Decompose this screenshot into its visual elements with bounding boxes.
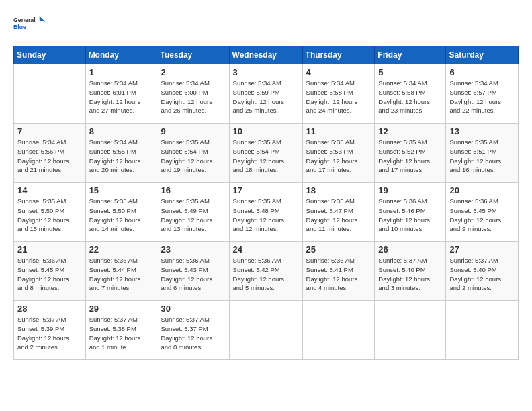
calendar-cell: 7Sunrise: 5:34 AM Sunset: 5:56 PM Daylig… [14, 124, 86, 183]
day-number: 9 [161, 126, 225, 136]
svg-marker-2 [40, 16, 46, 22]
calendar-cell: 24Sunrise: 5:36 AM Sunset: 5:42 PM Dayli… [229, 242, 302, 301]
calendar-cell: 11Sunrise: 5:35 AM Sunset: 5:53 PM Dayli… [302, 124, 375, 183]
day-info: Sunrise: 5:37 AM Sunset: 5:38 PM Dayligh… [89, 315, 154, 352]
calendar-cell: 30Sunrise: 5:37 AM Sunset: 5:37 PM Dayli… [157, 301, 229, 360]
day-info: Sunrise: 5:34 AM Sunset: 5:56 PM Dayligh… [17, 138, 82, 175]
calendar-cell: 16Sunrise: 5:35 AM Sunset: 5:49 PM Dayli… [157, 183, 229, 242]
calendar-header-saturday: Saturday [446, 46, 519, 64]
calendar-cell: 17Sunrise: 5:35 AM Sunset: 5:48 PM Dayli… [229, 183, 302, 242]
calendar-week-4: 21Sunrise: 5:36 AM Sunset: 5:45 PM Dayli… [14, 242, 519, 301]
calendar-cell: 9Sunrise: 5:35 AM Sunset: 5:54 PM Daylig… [157, 124, 229, 183]
logo-svg: General Blue [13, 12, 47, 38]
calendar-week-2: 7Sunrise: 5:34 AM Sunset: 5:56 PM Daylig… [14, 124, 519, 183]
day-info: Sunrise: 5:35 AM Sunset: 5:54 PM Dayligh… [233, 138, 299, 175]
calendar-cell: 22Sunrise: 5:36 AM Sunset: 5:44 PM Dayli… [85, 242, 157, 301]
day-number: 13 [449, 126, 515, 136]
day-number: 4 [306, 67, 371, 77]
calendar-cell: 4Sunrise: 5:34 AM Sunset: 5:58 PM Daylig… [302, 64, 375, 124]
day-info: Sunrise: 5:36 AM Sunset: 5:47 PM Dayligh… [306, 197, 371, 234]
day-number: 11 [306, 126, 371, 136]
calendar-cell: 12Sunrise: 5:35 AM Sunset: 5:52 PM Dayli… [375, 124, 446, 183]
day-number: 24 [233, 244, 299, 255]
day-number: 10 [233, 126, 299, 136]
calendar-cell: 5Sunrise: 5:34 AM Sunset: 5:58 PM Daylig… [375, 64, 446, 124]
day-number: 7 [17, 126, 82, 136]
day-number: 22 [89, 244, 154, 255]
day-info: Sunrise: 5:36 AM Sunset: 5:46 PM Dayligh… [378, 197, 442, 234]
calendar-week-5: 28Sunrise: 5:37 AM Sunset: 5:39 PM Dayli… [14, 301, 519, 360]
calendar-cell: 26Sunrise: 5:37 AM Sunset: 5:40 PM Dayli… [375, 242, 446, 301]
svg-text:General: General [13, 17, 36, 24]
calendar-cell: 18Sunrise: 5:36 AM Sunset: 5:47 PM Dayli… [302, 183, 375, 242]
calendar-cell: 1Sunrise: 5:34 AM Sunset: 6:01 PM Daylig… [85, 64, 157, 124]
calendar-cell [229, 301, 302, 360]
calendar-week-3: 14Sunrise: 5:35 AM Sunset: 5:50 PM Dayli… [14, 183, 519, 242]
day-info: Sunrise: 5:34 AM Sunset: 5:57 PM Dayligh… [449, 79, 515, 116]
day-info: Sunrise: 5:36 AM Sunset: 5:43 PM Dayligh… [161, 256, 225, 293]
calendar-header-wednesday: Wednesday [229, 46, 302, 64]
calendar-cell: 20Sunrise: 5:36 AM Sunset: 5:45 PM Dayli… [446, 183, 519, 242]
calendar-cell [14, 64, 86, 124]
day-number: 14 [17, 185, 82, 195]
calendar-cell: 25Sunrise: 5:36 AM Sunset: 5:41 PM Dayli… [302, 242, 375, 301]
calendar-cell [446, 301, 519, 360]
calendar-cell: 19Sunrise: 5:36 AM Sunset: 5:46 PM Dayli… [375, 183, 446, 242]
day-number: 12 [378, 126, 442, 136]
day-info: Sunrise: 5:36 AM Sunset: 5:45 PM Dayligh… [449, 197, 515, 234]
day-info: Sunrise: 5:34 AM Sunset: 5:58 PM Dayligh… [378, 79, 442, 116]
day-number: 23 [161, 244, 225, 255]
day-number: 18 [306, 185, 371, 195]
day-number: 3 [233, 67, 299, 77]
day-number: 21 [17, 244, 82, 255]
calendar-cell: 28Sunrise: 5:37 AM Sunset: 5:39 PM Dayli… [14, 301, 86, 360]
calendar-cell: 8Sunrise: 5:34 AM Sunset: 5:55 PM Daylig… [85, 124, 157, 183]
calendar-table: SundayMondayTuesdayWednesdayThursdayFrid… [13, 46, 519, 360]
day-info: Sunrise: 5:37 AM Sunset: 5:40 PM Dayligh… [449, 256, 515, 293]
logo: General Blue [13, 12, 47, 38]
day-number: 16 [161, 185, 225, 195]
day-info: Sunrise: 5:36 AM Sunset: 5:42 PM Dayligh… [233, 256, 299, 293]
day-info: Sunrise: 5:37 AM Sunset: 5:37 PM Dayligh… [161, 315, 225, 352]
day-number: 19 [378, 185, 442, 195]
calendar-cell: 10Sunrise: 5:35 AM Sunset: 5:54 PM Dayli… [229, 124, 302, 183]
calendar-cell [302, 301, 375, 360]
day-number: 27 [449, 244, 515, 255]
day-info: Sunrise: 5:34 AM Sunset: 5:55 PM Dayligh… [89, 138, 154, 175]
calendar-cell: 14Sunrise: 5:35 AM Sunset: 5:50 PM Dayli… [14, 183, 86, 242]
header: General Blue [13, 12, 519, 38]
day-info: Sunrise: 5:34 AM Sunset: 6:00 PM Dayligh… [161, 79, 225, 116]
calendar-cell: 3Sunrise: 5:34 AM Sunset: 5:59 PM Daylig… [229, 64, 302, 124]
calendar-header-friday: Friday [375, 46, 446, 64]
day-number: 26 [378, 244, 442, 255]
calendar-header-row: SundayMondayTuesdayWednesdayThursdayFrid… [14, 46, 519, 64]
calendar-cell: 27Sunrise: 5:37 AM Sunset: 5:40 PM Dayli… [446, 242, 519, 301]
day-info: Sunrise: 5:34 AM Sunset: 5:59 PM Dayligh… [233, 79, 299, 116]
day-number: 30 [161, 304, 225, 314]
day-info: Sunrise: 5:36 AM Sunset: 5:41 PM Dayligh… [306, 256, 371, 293]
day-info: Sunrise: 5:37 AM Sunset: 5:40 PM Dayligh… [378, 256, 442, 293]
day-number: 2 [161, 67, 225, 77]
day-number: 28 [17, 304, 82, 314]
day-number: 17 [233, 185, 299, 195]
calendar-cell [375, 301, 446, 360]
day-number: 29 [89, 304, 154, 314]
day-info: Sunrise: 5:35 AM Sunset: 5:48 PM Dayligh… [233, 197, 299, 234]
day-info: Sunrise: 5:35 AM Sunset: 5:51 PM Dayligh… [449, 138, 515, 175]
day-info: Sunrise: 5:34 AM Sunset: 5:58 PM Dayligh… [306, 79, 371, 116]
day-number: 20 [449, 185, 515, 195]
day-info: Sunrise: 5:35 AM Sunset: 5:50 PM Dayligh… [89, 197, 154, 234]
svg-text:Blue: Blue [13, 24, 26, 30]
calendar-week-1: 1Sunrise: 5:34 AM Sunset: 6:01 PM Daylig… [14, 64, 519, 124]
calendar-header-monday: Monday [85, 46, 157, 64]
calendar-cell: 23Sunrise: 5:36 AM Sunset: 5:43 PM Dayli… [157, 242, 229, 301]
day-number: 8 [89, 126, 154, 136]
day-number: 5 [378, 67, 442, 77]
day-number: 1 [89, 67, 154, 77]
day-info: Sunrise: 5:35 AM Sunset: 5:54 PM Dayligh… [161, 138, 225, 175]
day-info: Sunrise: 5:35 AM Sunset: 5:53 PM Dayligh… [306, 138, 371, 175]
calendar-cell: 13Sunrise: 5:35 AM Sunset: 5:51 PM Dayli… [446, 124, 519, 183]
calendar-cell: 29Sunrise: 5:37 AM Sunset: 5:38 PM Dayli… [85, 301, 157, 360]
page: General Blue SundayMondayTuesdayWednesda… [0, 0, 532, 411]
day-info: Sunrise: 5:36 AM Sunset: 5:44 PM Dayligh… [89, 256, 154, 293]
